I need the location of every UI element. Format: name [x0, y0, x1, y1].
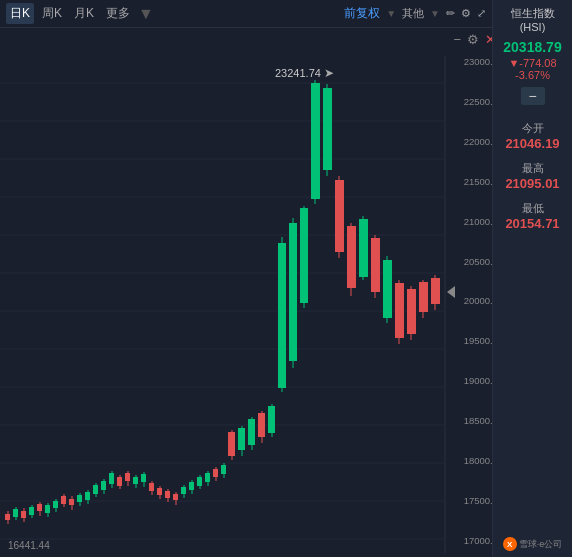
y-label-19000: 19000.0	[464, 375, 492, 386]
low-label: 最低	[497, 201, 568, 216]
svg-rect-69	[221, 465, 226, 474]
svg-rect-87	[311, 83, 320, 199]
svg-rect-95	[359, 219, 368, 277]
svg-rect-47	[133, 477, 138, 484]
y-label-17500: 17500.0	[464, 495, 492, 506]
y-label-20500: 20500.0	[464, 256, 492, 267]
minus-button[interactable]: −	[521, 87, 545, 105]
current-price: 20318.79	[497, 39, 568, 55]
price-change-pct: -3.67%	[497, 69, 568, 81]
price-change: ▼-774.08	[497, 57, 568, 69]
svg-rect-57	[173, 494, 178, 500]
svg-rect-37	[93, 485, 98, 494]
svg-rect-63	[197, 477, 202, 486]
y-label-20000: 20000.0	[464, 295, 492, 306]
svg-rect-25	[45, 505, 50, 513]
svg-rect-19	[21, 511, 26, 518]
candlestick-chart	[0, 28, 492, 553]
bottom-price-label: 16441.44	[8, 540, 50, 551]
svg-rect-67	[213, 469, 218, 477]
svg-rect-31	[69, 499, 74, 505]
svg-rect-59	[181, 487, 186, 494]
svg-rect-71	[228, 432, 235, 456]
sidebar: 恒生指数 (HSI) 20318.79 ▼-774.08 -3.67% − 今开…	[492, 0, 572, 557]
svg-rect-93	[347, 226, 356, 288]
timeframe-week[interactable]: 周K	[38, 3, 66, 24]
svg-rect-83	[289, 223, 297, 361]
stat-low: 最低 20154.71	[497, 201, 568, 231]
stat-open: 今开 21046.19	[497, 121, 568, 151]
svg-rect-55	[165, 491, 170, 498]
toolbar: 日K 周K 月K 更多 ▼ 前复权 ▼ 其他 ▼ ✏ ⚙ ⤢	[0, 0, 492, 28]
y-label-21500: 21500.0	[464, 176, 492, 187]
y-label-18000: 18000.0	[464, 455, 492, 466]
svg-rect-89	[323, 88, 332, 170]
timeframe-more[interactable]: 更多	[102, 3, 134, 24]
chart-canvas: − ⚙ ✕ 23241.74 ➤	[0, 28, 492, 553]
svg-rect-77	[258, 413, 265, 437]
svg-rect-45	[125, 473, 130, 481]
svg-rect-73	[238, 428, 245, 450]
svg-rect-105	[419, 282, 428, 312]
expand-icon[interactable]: ⤢	[477, 7, 486, 20]
low-value: 20154.71	[497, 216, 568, 231]
y-label-22500: 22500.0	[464, 96, 492, 107]
svg-rect-61	[189, 482, 194, 490]
stat-high: 最高 21095.01	[497, 161, 568, 191]
svg-rect-107	[431, 278, 440, 304]
svg-rect-21	[29, 507, 34, 515]
svg-marker-108	[447, 286, 455, 298]
other-label[interactable]: 其他	[402, 6, 424, 21]
timeframe-day[interactable]: 日K	[6, 3, 34, 24]
svg-rect-53	[157, 488, 162, 495]
y-label-17000: 17000.0	[464, 535, 492, 546]
settings-icon[interactable]: ⚙	[461, 7, 471, 20]
y-label-19500: 19500.0	[464, 335, 492, 346]
svg-rect-65	[205, 473, 210, 482]
chart-area: 日K 周K 月K 更多 ▼ 前复权 ▼ 其他 ▼ ✏ ⚙ ⤢ − ⚙ ✕ 232…	[0, 0, 492, 557]
svg-rect-17	[13, 509, 18, 517]
svg-rect-29	[61, 496, 66, 504]
y-label-21000: 21000.0	[464, 216, 492, 227]
svg-rect-99	[383, 260, 392, 318]
high-label: 最高	[497, 161, 568, 176]
open-value: 21046.19	[497, 136, 568, 151]
svg-rect-27	[53, 501, 58, 508]
timeframe-month[interactable]: 月K	[70, 3, 98, 24]
svg-rect-103	[407, 289, 416, 334]
svg-rect-15	[5, 514, 10, 520]
brand-label: 雪球·e公司	[519, 538, 563, 551]
y-label-23000: 23000.0	[464, 56, 492, 67]
stock-title: 恒生指数 (HSI)	[497, 6, 568, 35]
復权-label[interactable]: 前复权	[344, 5, 380, 22]
svg-rect-51	[149, 483, 154, 491]
y-axis: 23000.0 22500.0 22000.0 21500.0 21000.0 …	[464, 56, 492, 546]
high-value: 21095.01	[497, 176, 568, 191]
snowball-logo: X	[503, 537, 517, 551]
svg-rect-81	[278, 243, 286, 388]
svg-rect-97	[371, 238, 380, 292]
svg-rect-85	[300, 208, 308, 303]
svg-rect-91	[335, 180, 344, 252]
footer-brand: X 雪球·e公司	[497, 537, 568, 551]
svg-rect-101	[395, 283, 404, 338]
svg-rect-43	[117, 477, 122, 486]
open-label: 今开	[497, 121, 568, 136]
y-label-18500: 18500.0	[464, 415, 492, 426]
y-label-22000: 22000.0	[464, 136, 492, 147]
svg-rect-35	[85, 492, 90, 500]
svg-rect-39	[101, 481, 106, 490]
svg-rect-75	[248, 419, 255, 445]
svg-rect-41	[109, 473, 114, 484]
pencil-icon[interactable]: ✏	[446, 7, 455, 20]
svg-rect-33	[77, 495, 82, 502]
svg-rect-23	[37, 504, 42, 511]
svg-rect-49	[141, 474, 146, 482]
svg-rect-79	[268, 406, 275, 433]
